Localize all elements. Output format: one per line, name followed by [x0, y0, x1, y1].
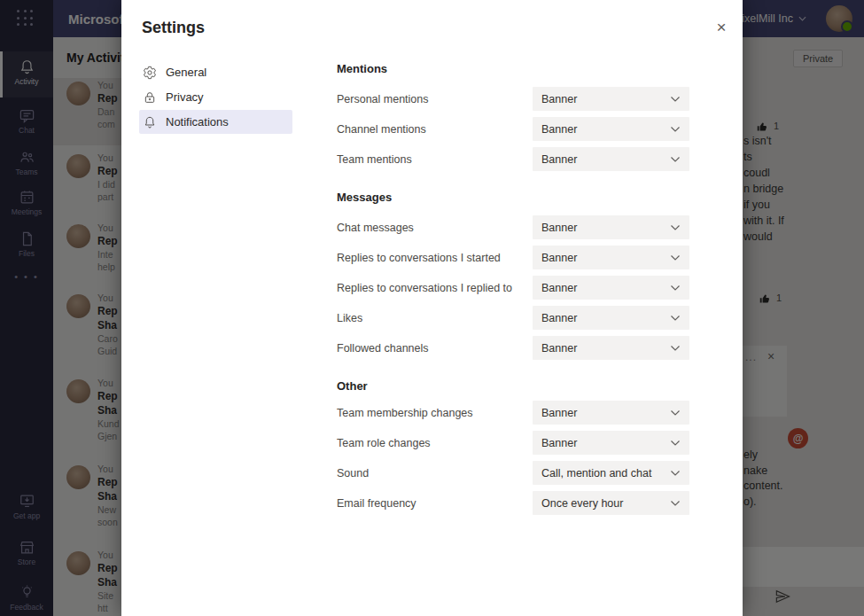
chevron-down-icon	[670, 254, 681, 261]
settings-nav-notifications[interactable]: Notifications	[139, 110, 292, 134]
bell-icon	[143, 115, 157, 129]
close-icon[interactable]: ×	[710, 16, 733, 39]
chevron-down-icon	[670, 156, 681, 163]
setting-row: Sound Call, mention and chat	[337, 461, 689, 485]
setting-label: Personal mentions	[337, 93, 429, 105]
setting-row: Likes Banner	[337, 306, 689, 330]
setting-label: Replies to conversations I started	[337, 252, 501, 264]
chevron-down-icon	[670, 440, 681, 447]
dialog-title: Settings	[142, 19, 205, 37]
setting-label: Likes	[337, 312, 362, 324]
chevron-down-icon	[670, 224, 681, 231]
setting-row: Team mentions Banner	[337, 147, 689, 171]
notifications-settings-panel: Mentions Personal mentions Banner Channe…	[337, 62, 689, 521]
setting-label: Team membership changes	[337, 407, 473, 419]
settings-nav-general[interactable]: General	[139, 60, 292, 84]
replies-started-select[interactable]: Banner	[533, 246, 689, 269]
setting-row: Team role changes Banner	[337, 431, 689, 455]
team-mentions-select[interactable]: Banner	[533, 147, 689, 171]
gear-icon	[143, 66, 157, 80]
setting-row: Replies to conversations I started Banne…	[337, 246, 689, 269]
setting-label: Channel mentions	[337, 123, 426, 136]
followed-channels-select[interactable]: Banner	[533, 336, 689, 360]
team-membership-select[interactable]: Banner	[533, 401, 689, 425]
chevron-down-icon	[670, 285, 681, 292]
section-heading: Other	[337, 379, 689, 394]
setting-row: Personal mentions Banner	[337, 87, 689, 111]
setting-row: Chat messages Banner	[337, 215, 689, 239]
settings-dialog: Settings × General Privacy Notifications…	[121, 0, 743, 616]
settings-nav-label: Notifications	[166, 115, 229, 129]
setting-label: Followed channels	[337, 342, 429, 355]
team-role-select[interactable]: Banner	[533, 431, 689, 455]
setting-row: Email frequency Once every hour	[337, 491, 689, 515]
likes-select[interactable]: Banner	[533, 306, 689, 330]
setting-label: Chat messages	[337, 222, 414, 234]
setting-label: Replies to conversations I replied to	[337, 282, 512, 294]
lock-icon	[143, 90, 157, 105]
setting-label: Team mentions	[337, 153, 412, 166]
setting-row: Followed channels Banner	[337, 336, 689, 360]
chevron-down-icon	[670, 315, 681, 322]
section-heading: Messages	[337, 191, 689, 205]
setting-row: Replies to conversations I replied to Ba…	[337, 276, 689, 300]
chevron-down-icon	[670, 409, 681, 417]
settings-nav: General Privacy Notifications	[139, 60, 292, 135]
settings-nav-label: Privacy	[166, 90, 204, 104]
setting-label: Email frequency	[337, 497, 416, 510]
sound-select[interactable]: Call, mention and chat	[533, 461, 689, 485]
chevron-down-icon	[670, 500, 681, 507]
chevron-down-icon	[670, 126, 681, 133]
chevron-down-icon	[670, 470, 681, 477]
chevron-down-icon	[670, 96, 681, 103]
setting-label: Team role changes	[337, 437, 431, 449]
chat-messages-select[interactable]: Banner	[533, 215, 689, 239]
chevron-down-icon	[670, 345, 681, 352]
setting-label: Sound	[337, 467, 369, 480]
settings-nav-privacy[interactable]: Privacy	[139, 85, 292, 109]
settings-nav-label: General	[166, 66, 206, 79]
replies-replied-select[interactable]: Banner	[533, 276, 689, 300]
channel-mentions-select[interactable]: Banner	[533, 117, 689, 141]
setting-row: Channel mentions Banner	[337, 117, 689, 141]
section-heading: Mentions	[337, 62, 689, 76]
personal-mentions-select[interactable]: Banner	[533, 87, 689, 111]
email-frequency-select[interactable]: Once every hour	[533, 491, 689, 515]
setting-row: Team membership changes Banner	[337, 401, 689, 425]
